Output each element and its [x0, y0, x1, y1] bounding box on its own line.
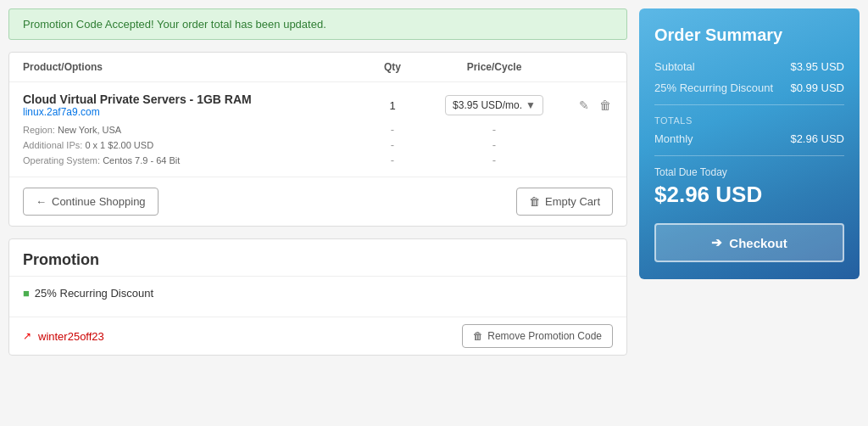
monthly-label: Monthly	[654, 132, 693, 145]
edit-item-button[interactable]: ✎	[577, 97, 591, 114]
due-today-amount: $2.96 USD	[654, 182, 844, 208]
cart-header: Product/Options Qty Price/Cycle	[9, 53, 626, 82]
col-header-qty: Qty	[359, 61, 426, 73]
continue-shopping-label: Continue Shopping	[52, 195, 146, 208]
subtotal-row: Subtotal $3.95 USD	[654, 60, 844, 73]
due-today-label: Total Due Today	[654, 166, 844, 178]
main-content: Promotion Code Accepted! Your order tota…	[8, 8, 627, 356]
promo-banner-text: Promotion Code Accepted! Your order tota…	[23, 18, 326, 31]
region-price-dash: -	[426, 123, 562, 136]
product-info: Cloud Virtual Private Servers - 1GB RAM …	[23, 92, 359, 118]
promo-code-value: winter25off23	[38, 330, 104, 343]
promo-item: ■ 25% Recurring Discount	[9, 276, 626, 317]
price-value: $3.95 USD/mo.	[453, 99, 522, 111]
os-price-dash: -	[426, 154, 562, 166]
delete-item-button[interactable]: 🗑	[598, 97, 613, 114]
summary-divider	[654, 104, 844, 105]
promotion-section: Promotion ■ 25% Recurring Discount ↗ win…	[8, 238, 627, 356]
continue-shopping-button[interactable]: ← Continue Shopping	[23, 188, 159, 216]
checkout-label: Checkout	[729, 236, 787, 250]
actions-cell: ✎ 🗑	[562, 97, 613, 114]
region-value: New York, USA	[58, 125, 121, 135]
checkout-arrow-icon: ➔	[711, 235, 722, 250]
subtotal-label: Subtotal	[654, 60, 695, 73]
cart-item-row: Cloud Virtual Private Servers - 1GB RAM …	[9, 82, 626, 177]
totals-label: Totals	[654, 115, 844, 126]
monthly-row: Monthly $2.96 USD	[654, 132, 844, 145]
ips-qty-dash: -	[359, 138, 426, 151]
subtotal-value: $3.95 USD	[790, 60, 844, 73]
promotion-title: Promotion	[9, 239, 626, 276]
trash-icon: 🗑	[529, 195, 540, 208]
cart-footer: ← Continue Shopping 🗑 Empty Cart	[9, 177, 626, 226]
ips-label: Additional IPs:	[23, 140, 85, 150]
checkout-button[interactable]: ➔ Checkout	[654, 223, 844, 262]
order-summary-title: Order Summary	[654, 25, 844, 45]
empty-cart-button[interactable]: 🗑 Empty Cart	[516, 188, 613, 216]
product-details: Region: New York, USA - - Additional IPs…	[23, 123, 613, 166]
promo-tag-label: 25% Recurring Discount	[35, 287, 153, 300]
remove-promo-trash-icon: 🗑	[473, 330, 483, 342]
discount-label: 25% Recurring Discount	[654, 81, 773, 94]
promo-code-arrow-icon: ↗	[23, 330, 31, 342]
ips-value: 0 x 1 $2.00 USD	[85, 140, 153, 150]
promo-tag: ■ 25% Recurring Discount	[23, 287, 153, 300]
cart-table: Product/Options Qty Price/Cycle Cloud Vi…	[8, 52, 627, 227]
col-header-price: Price/Cycle	[426, 61, 562, 73]
monthly-value: $2.96 USD	[790, 132, 844, 145]
promo-code-row: ↗ winter25off23 🗑 Remove Promotion Code	[9, 317, 626, 355]
region-qty-dash: -	[359, 123, 426, 136]
promo-tag-icon: ■	[23, 287, 30, 300]
col-header-product: Product/Options	[23, 61, 359, 73]
qty-cell: 1	[359, 99, 426, 112]
region-label: Region:	[23, 125, 58, 135]
remove-promo-label: Remove Promotion Code	[487, 330, 602, 342]
summary-divider2	[654, 155, 844, 156]
qty-value: 1	[389, 99, 395, 112]
remove-promo-button[interactable]: 🗑 Remove Promotion Code	[462, 324, 613, 348]
order-summary: Order Summary Subtotal $3.95 USD 25% Rec…	[639, 8, 860, 279]
cart-row-main: Cloud Virtual Private Servers - 1GB RAM …	[23, 92, 613, 118]
product-domain: linux.2af7a9.com	[23, 106, 359, 118]
price-cell: $3.95 USD/mo. ▼	[426, 95, 562, 115]
continue-arrow-icon: ←	[36, 195, 47, 208]
price-badge: $3.95 USD/mo. ▼	[445, 95, 543, 115]
os-qty-dash: -	[359, 154, 426, 166]
empty-cart-label: Empty Cart	[545, 195, 600, 208]
discount-value: $0.99 USD	[790, 81, 844, 94]
product-name: Cloud Virtual Private Servers - 1GB RAM	[23, 92, 359, 106]
discount-row: 25% Recurring Discount $0.99 USD	[654, 81, 844, 94]
price-dropdown-arrow[interactable]: ▼	[526, 99, 536, 111]
os-value: Centos 7.9 - 64 Bit	[103, 155, 180, 165]
os-label: Operating System:	[23, 155, 103, 165]
ips-price-dash: -	[426, 138, 562, 151]
promo-banner: Promotion Code Accepted! Your order tota…	[8, 8, 627, 40]
